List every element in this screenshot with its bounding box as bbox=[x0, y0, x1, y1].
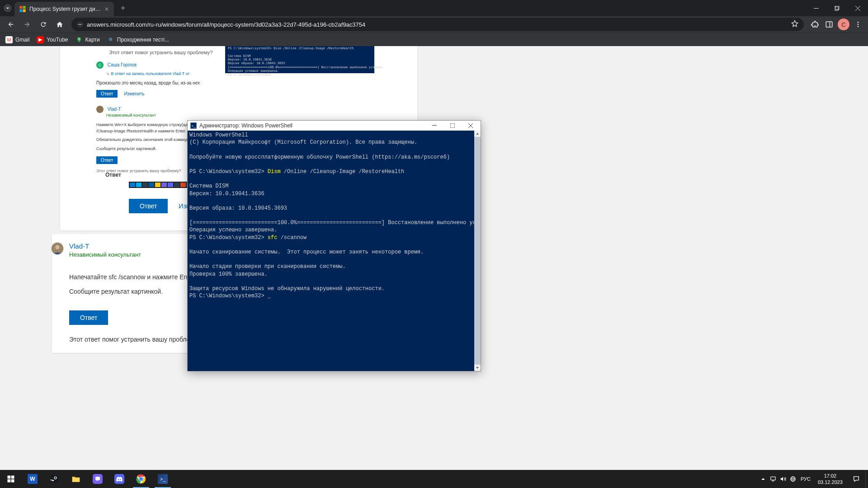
reply-button-small-2[interactable]: Ответ bbox=[96, 156, 118, 164]
helpful-question: Этот ответ помог устранить вашу проблему… bbox=[69, 336, 201, 343]
chrome-close-button[interactable] bbox=[847, 0, 868, 16]
address-bar[interactable]: answers.microsoft.com/ru-ru/windows/foru… bbox=[71, 18, 804, 31]
svg-rect-20 bbox=[11, 476, 14, 479]
user-link-sasha[interactable]: Саша Горілов bbox=[108, 62, 137, 67]
clock-time: 17:02 bbox=[818, 473, 843, 479]
tab-title: Процесс System грузит диск н bbox=[29, 6, 101, 12]
chrome-toolbar: answers.microsoft.com/ru-ru/windows/foru… bbox=[0, 16, 868, 33]
avatar-vlad-small bbox=[96, 106, 104, 113]
chrome-minimize-button[interactable] bbox=[806, 0, 826, 16]
start-button[interactable] bbox=[0, 470, 22, 488]
taskbar-tray: РУС 17:02 03.12.2023 bbox=[758, 470, 868, 488]
show-desktop-button[interactable] bbox=[865, 470, 868, 488]
site-info-icon[interactable] bbox=[77, 21, 83, 28]
taskbar-powershell-icon[interactable]: >_ bbox=[152, 470, 174, 488]
taskbar-steam-icon[interactable] bbox=[43, 470, 65, 488]
page-viewport: (C) Корпорация Майкрософт (Microsoft Cor… bbox=[0, 46, 868, 470]
reply-heading: Ответ bbox=[105, 172, 121, 178]
tab-close-icon[interactable] bbox=[103, 5, 110, 13]
svg-rect-22 bbox=[11, 479, 14, 483]
powershell-titlebar[interactable]: >_ Администратор: Windows PowerShell bbox=[188, 121, 481, 131]
powershell-title-text: Администратор: Windows PowerShell bbox=[199, 122, 292, 129]
powershell-icon: >_ bbox=[190, 122, 197, 129]
avatar-sasha: С bbox=[96, 61, 104, 69]
reply-button[interactable]: Ответ bbox=[129, 199, 168, 213]
taskbar-word-icon[interactable]: W bbox=[22, 470, 43, 488]
svg-rect-5 bbox=[835, 7, 838, 10]
svg-rect-18 bbox=[450, 123, 455, 128]
clock-date: 03.12.2023 bbox=[818, 479, 843, 485]
svg-rect-1 bbox=[23, 6, 26, 9]
bookmark-maps[interactable]: Карти bbox=[75, 36, 100, 43]
svg-point-16 bbox=[55, 245, 59, 249]
svg-rect-19 bbox=[8, 476, 11, 479]
forward-button[interactable] bbox=[20, 17, 34, 32]
svg-rect-6 bbox=[835, 6, 839, 9]
svg-point-14 bbox=[78, 38, 80, 39]
user-link-vlad-small[interactable]: Vlad-T bbox=[108, 107, 121, 112]
reply-to-text: В ответ на запись пользователя Vlad-T от bbox=[111, 71, 190, 76]
extensions-icon[interactable] bbox=[808, 18, 821, 31]
chrome-maximize-button[interactable] bbox=[826, 0, 847, 16]
bookmark-youtube[interactable]: ▶YouTube bbox=[37, 36, 68, 43]
taskbar-clock[interactable]: 17:02 03.12.2023 bbox=[813, 473, 847, 486]
notifications-icon[interactable] bbox=[847, 470, 865, 488]
svg-rect-3 bbox=[23, 9, 26, 12]
taskbar-chrome-icon[interactable] bbox=[130, 470, 152, 488]
change-link-small[interactable]: Изменить bbox=[124, 91, 144, 96]
svg-rect-9 bbox=[826, 22, 832, 27]
bookmark-tests[interactable]: ✲Проходження тесті... bbox=[107, 36, 169, 43]
svg-point-23 bbox=[51, 475, 58, 483]
svg-rect-2 bbox=[19, 9, 22, 12]
chrome-titlebar: Процесс System грузит диск н + bbox=[0, 0, 868, 16]
svg-rect-30 bbox=[771, 477, 776, 480]
language-indicator[interactable]: РУС bbox=[798, 476, 813, 482]
side-panel-icon[interactable] bbox=[823, 18, 835, 31]
back-button[interactable] bbox=[4, 17, 18, 32]
tab-favicon bbox=[19, 5, 26, 13]
chrome-window-controls bbox=[806, 0, 868, 16]
ps-minimize-button[interactable] bbox=[425, 121, 443, 131]
bookmark-star-icon[interactable] bbox=[791, 20, 798, 29]
tray-volume-icon[interactable] bbox=[778, 470, 788, 488]
ps-close-button[interactable] bbox=[462, 121, 480, 131]
svg-rect-8 bbox=[78, 24, 82, 24]
powershell-body[interactable]: Windows PowerShell (C) Корпорация Майкро… bbox=[188, 131, 481, 371]
ps-maximize-button[interactable] bbox=[443, 121, 462, 131]
svg-rect-21 bbox=[8, 479, 11, 483]
taskbar-explorer-icon[interactable] bbox=[65, 470, 87, 488]
taskbar-viber-icon[interactable] bbox=[87, 470, 108, 488]
browser-tab[interactable]: Процесс System грузит диск н bbox=[14, 2, 114, 16]
reply-button-small[interactable]: Ответ bbox=[96, 90, 118, 98]
new-tab-button[interactable]: + bbox=[117, 2, 129, 14]
powershell-window[interactable]: >_ Администратор: Windows PowerShell Win… bbox=[187, 120, 481, 371]
embedded-screenshot-powershell: (C) Корпорация Майкрософт (Microsoft Cor… bbox=[225, 46, 374, 73]
taskbar-apps: W >_ bbox=[0, 470, 174, 488]
url-text: answers.microsoft.com/ru-ru/windows/foru… bbox=[87, 21, 365, 28]
ps-scroll-down-icon[interactable] bbox=[474, 365, 481, 371]
tab-search-dropdown[interactable] bbox=[4, 4, 12, 12]
windows-taskbar: W >_ РУС 17:02 03.12.2023 bbox=[0, 470, 868, 488]
tray-network-icon[interactable] bbox=[788, 470, 798, 488]
svg-point-11 bbox=[858, 22, 859, 23]
bookmark-gmail[interactable]: MGmail bbox=[5, 36, 29, 43]
home-button[interactable] bbox=[52, 17, 67, 32]
taskbar-discord-icon[interactable] bbox=[108, 470, 130, 488]
bookmarks-bar: MGmail ▶YouTube Карти ✲Проходження тесті… bbox=[0, 33, 868, 46]
sasha-text: Произошло это месяц назад, вроде бы, из-… bbox=[96, 80, 417, 85]
tray-monitor-icon[interactable] bbox=[768, 470, 778, 488]
avatar-vlad bbox=[51, 242, 64, 255]
reload-button[interactable] bbox=[36, 17, 51, 32]
reply-button-vlad[interactable]: Ответ bbox=[69, 310, 108, 325]
svg-point-13 bbox=[858, 26, 859, 27]
svg-rect-4 bbox=[814, 8, 819, 9]
ps-scrollbar[interactable] bbox=[474, 131, 481, 371]
role-text-small: Независимый консультант bbox=[106, 113, 223, 117]
svg-point-12 bbox=[858, 24, 859, 25]
svg-rect-0 bbox=[19, 6, 22, 9]
profile-avatar[interactable]: С bbox=[837, 18, 850, 31]
svg-rect-17 bbox=[432, 125, 437, 126]
tray-expand-icon[interactable] bbox=[758, 470, 768, 488]
chrome-menu-icon[interactable] bbox=[852, 18, 864, 31]
ps-scroll-up-icon[interactable] bbox=[474, 131, 481, 137]
